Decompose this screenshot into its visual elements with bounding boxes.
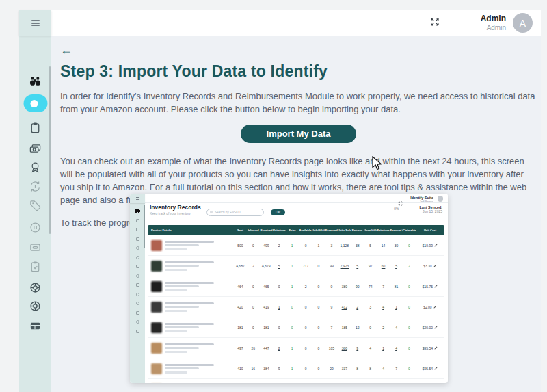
active-dot-icon — [30, 100, 38, 107]
value-cell: 0 — [403, 297, 416, 317]
table-row: 49726447210010538094140$95.54 — [148, 338, 444, 358]
value-cell: 0 — [312, 256, 325, 276]
fullscreen-icon[interactable] — [430, 17, 440, 29]
value-cell: 500 — [234, 235, 247, 255]
search-icon — [210, 211, 213, 214]
blurred-text-bar — [165, 371, 187, 374]
avatar[interactable]: A — [513, 13, 533, 33]
last-synced-date: Jun 15, 2025 — [419, 209, 442, 213]
globe-icon — [136, 274, 139, 278]
mini-list-button: List — [271, 209, 285, 215]
blurred-text-bar — [165, 241, 214, 243]
blurred-text-bar — [165, 261, 214, 263]
value-cell: 337 — [338, 358, 351, 378]
value-cell: 30 — [390, 235, 403, 255]
column-header: Extra — [286, 228, 299, 232]
help-ring-icon[interactable] — [29, 280, 42, 294]
badge-icon[interactable] — [29, 160, 42, 174]
blurred-text-bar — [165, 302, 214, 304]
clipboard-icon[interactable] — [29, 120, 42, 134]
value-cell: 2 — [351, 297, 364, 317]
mini-sidebar-scrollbar — [144, 205, 146, 248]
product-thumbnail — [151, 240, 162, 251]
value-cell: 0 — [312, 338, 325, 358]
clipboard-check-icon[interactable] — [29, 259, 42, 273]
table-row: 181018100007185120240$20.00 — [148, 317, 444, 338]
topbar: Admin Admin A — [51, 10, 541, 36]
value-cell: 90 — [351, 276, 364, 296]
help-ring-icon-2[interactable] — [29, 299, 42, 313]
mini-search-input: Search by FNSKU — [206, 209, 264, 216]
value-cell: 412 — [338, 297, 351, 317]
binoculars-icon[interactable] — [29, 74, 42, 88]
value-cell: 4 — [390, 317, 403, 337]
blurred-text-bar — [165, 367, 199, 369]
column-header: Unfulfillable — [312, 228, 325, 232]
mini-menu-icon — [130, 194, 145, 203]
value-cell: 8 — [364, 358, 377, 378]
sync-dollar-icon[interactable] — [29, 179, 42, 193]
sidebar-scrollbar[interactable] — [49, 66, 51, 234]
product-details-cell — [148, 281, 234, 292]
value-cell: 3 — [325, 235, 338, 255]
mini-page-title: Inventory Records — [150, 204, 201, 211]
mini-search-placeholder: Search by FNSKU — [215, 211, 241, 214]
value-cell: 1 — [390, 297, 403, 317]
home-icon — [136, 283, 139, 287]
mini-table-body: 5000499210131,12838514300$19.994,68724,6… — [148, 235, 444, 383]
edit-pencil-icon — [434, 244, 438, 247]
sidebar-item-active[interactable] — [23, 94, 47, 112]
back-button[interactable]: ← — [60, 44, 75, 56]
unit-cost-cell: $2.00 — [416, 297, 444, 317]
value-cell: 7 — [377, 276, 390, 296]
value-cell: 447 — [260, 338, 273, 358]
value-cell: 1 — [377, 338, 390, 358]
table-row: 4101638491002933788470$95.54 — [148, 358, 444, 379]
value-cell: 380 — [338, 338, 351, 358]
table-card-icon[interactable] — [29, 319, 42, 332]
cart-icon — [136, 330, 139, 333]
product-thumbnail — [151, 281, 162, 292]
user-name: Admin — [481, 14, 506, 23]
value-cell: 1 — [286, 276, 299, 296]
hamburger-icon — [31, 19, 40, 27]
value-cell: 0 — [403, 358, 416, 378]
circle-pause-icon[interactable] — [29, 220, 42, 234]
value-cell: 9 — [351, 338, 364, 358]
value-cell: 0 — [364, 317, 377, 337]
value-cell: 7 — [390, 358, 403, 378]
product-details-cell — [148, 343, 234, 354]
blurred-text-bar — [165, 282, 214, 284]
cash-icon[interactable] — [29, 141, 42, 155]
value-cell: 2 — [273, 235, 286, 255]
value-cell: 0 — [286, 297, 299, 317]
product-thumbnail — [151, 363, 162, 374]
main-content: ← Step 3: Import Your Data to Identify I… — [51, 36, 541, 392]
value-cell: 0 — [403, 276, 416, 296]
value-cell: 2 — [247, 256, 260, 276]
value-cell: 0 — [247, 297, 260, 317]
binoculars-icon — [135, 209, 140, 213]
value-cell: 1 — [312, 235, 325, 255]
value-cell: 97 — [364, 256, 377, 276]
tag-icon[interactable] — [29, 198, 42, 212]
value-cell: 0 — [403, 317, 416, 337]
product-thumbnail — [151, 322, 162, 333]
mini-user-name: Jeff Bezos — [410, 200, 433, 203]
card-link-icon[interactable] — [29, 240, 42, 254]
value-cell: 5 — [273, 256, 286, 276]
blurred-text-bar — [165, 330, 187, 332]
product-details-cell — [148, 261, 234, 272]
building-icon — [136, 265, 139, 268]
value-cell: 81 — [390, 276, 403, 296]
column-header: Claimable — [403, 228, 416, 232]
import-my-data-button[interactable]: Import My Data — [241, 125, 357, 143]
value-cell: 380 — [338, 276, 351, 296]
value-cell: 5 — [390, 256, 403, 276]
value-cell: 8 — [351, 358, 364, 378]
column-header: Removal Order — [390, 228, 403, 232]
menu-button[interactable] — [19, 10, 51, 36]
blurred-text-bar — [165, 285, 199, 287]
sync-percent: 0% — [394, 207, 399, 211]
column-header: Received — [260, 228, 273, 232]
